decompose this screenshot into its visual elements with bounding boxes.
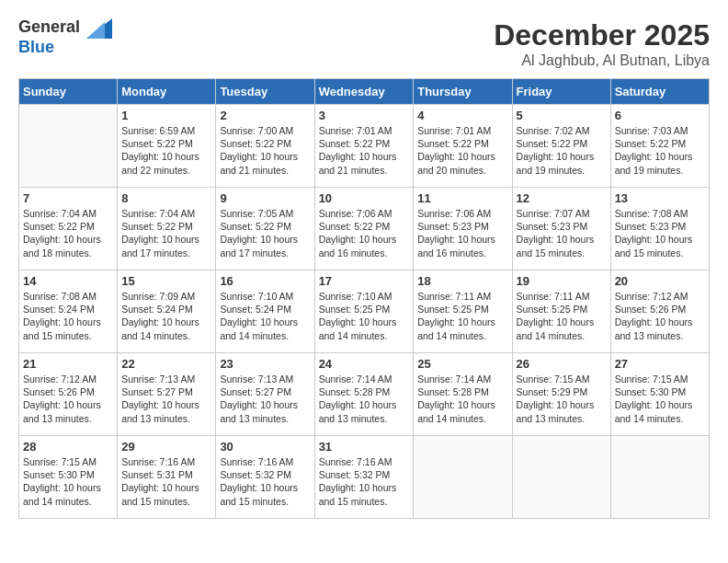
calendar-cell: 20Sunrise: 7:12 AM Sunset: 5:26 PM Dayli… bbox=[610, 270, 709, 353]
day-info: Sunrise: 7:07 AM Sunset: 5:23 PM Dayligh… bbox=[517, 207, 607, 259]
day-number: 13 bbox=[615, 191, 705, 205]
day-info: Sunrise: 7:16 AM Sunset: 5:32 PM Dayligh… bbox=[220, 455, 310, 508]
calendar-cell: 27Sunrise: 7:15 AM Sunset: 5:30 PM Dayli… bbox=[610, 353, 709, 436]
page-header: General Blue December 2025 Al Jaghbub, A… bbox=[18, 18, 710, 69]
day-number: 27 bbox=[615, 357, 705, 371]
calendar-cell bbox=[610, 436, 709, 519]
weekday-header: Thursday bbox=[414, 79, 512, 105]
logo-icon bbox=[86, 18, 112, 39]
day-info: Sunrise: 7:13 AM Sunset: 5:27 PM Dayligh… bbox=[220, 373, 310, 425]
day-info: Sunrise: 7:00 AM Sunset: 5:22 PM Dayligh… bbox=[220, 124, 310, 177]
calendar-cell: 31Sunrise: 7:16 AM Sunset: 5:32 PM Dayli… bbox=[314, 436, 414, 519]
calendar-cell: 6Sunrise: 7:03 AM Sunset: 5:22 PM Daylig… bbox=[610, 105, 709, 188]
calendar-cell: 30Sunrise: 7:16 AM Sunset: 5:32 PM Dayli… bbox=[216, 436, 314, 519]
calendar-cell: 1Sunrise: 6:59 AM Sunset: 5:22 PM Daylig… bbox=[118, 105, 216, 188]
day-number: 5 bbox=[517, 109, 607, 122]
day-info: Sunrise: 7:03 AM Sunset: 5:22 PM Dayligh… bbox=[615, 124, 705, 177]
calendar-table: SundayMondayTuesdayWednesdayThursdayFrid… bbox=[18, 78, 710, 519]
day-number: 22 bbox=[121, 357, 211, 371]
calendar-cell: 19Sunrise: 7:11 AM Sunset: 5:25 PM Dayli… bbox=[512, 270, 610, 353]
weekday-header: Saturday bbox=[610, 79, 709, 105]
day-number: 7 bbox=[23, 191, 113, 205]
calendar-cell: 16Sunrise: 7:10 AM Sunset: 5:24 PM Dayli… bbox=[216, 270, 314, 353]
day-info: Sunrise: 7:15 AM Sunset: 5:30 PM Dayligh… bbox=[615, 373, 705, 425]
day-number: 3 bbox=[319, 109, 410, 122]
day-number: 24 bbox=[319, 357, 410, 371]
logo: General Blue bbox=[18, 18, 112, 55]
calendar-cell bbox=[19, 105, 118, 188]
calendar-cell: 7Sunrise: 7:04 AM Sunset: 5:22 PM Daylig… bbox=[19, 188, 118, 270]
calendar-cell: 22Sunrise: 7:13 AM Sunset: 5:27 PM Dayli… bbox=[118, 353, 216, 436]
weekday-header: Wednesday bbox=[314, 79, 414, 105]
day-number: 16 bbox=[220, 274, 310, 288]
day-number: 21 bbox=[23, 357, 113, 371]
day-info: Sunrise: 7:13 AM Sunset: 5:27 PM Dayligh… bbox=[121, 373, 211, 425]
weekday-header: Monday bbox=[118, 79, 216, 105]
calendar-cell: 18Sunrise: 7:11 AM Sunset: 5:25 PM Dayli… bbox=[414, 270, 512, 353]
day-number: 26 bbox=[517, 357, 607, 371]
day-number: 30 bbox=[220, 440, 310, 454]
day-info: Sunrise: 6:59 AM Sunset: 5:22 PM Dayligh… bbox=[121, 124, 211, 177]
weekday-header: Tuesday bbox=[216, 79, 314, 105]
calendar-header: SundayMondayTuesdayWednesdayThursdayFrid… bbox=[19, 79, 710, 105]
day-number: 10 bbox=[319, 191, 410, 205]
calendar-cell bbox=[512, 436, 610, 519]
day-number: 23 bbox=[220, 357, 310, 371]
page-subtitle: Al Jaghbub, Al Butnan, Libya bbox=[494, 52, 710, 69]
page-title: December 2025 bbox=[494, 18, 710, 52]
calendar-cell: 23Sunrise: 7:13 AM Sunset: 5:27 PM Dayli… bbox=[216, 353, 314, 436]
day-info: Sunrise: 7:08 AM Sunset: 5:24 PM Dayligh… bbox=[23, 290, 113, 342]
day-number: 17 bbox=[319, 274, 410, 288]
day-number: 9 bbox=[220, 191, 310, 205]
day-info: Sunrise: 7:15 AM Sunset: 5:30 PM Dayligh… bbox=[23, 455, 113, 508]
day-info: Sunrise: 7:04 AM Sunset: 5:22 PM Dayligh… bbox=[23, 207, 113, 259]
title-block: December 2025 Al Jaghbub, Al Butnan, Lib… bbox=[494, 18, 710, 69]
calendar-cell: 9Sunrise: 7:05 AM Sunset: 5:22 PM Daylig… bbox=[216, 188, 314, 270]
calendar-cell: 3Sunrise: 7:01 AM Sunset: 5:22 PM Daylig… bbox=[314, 105, 414, 188]
svg-marker-1 bbox=[86, 22, 105, 39]
day-info: Sunrise: 7:06 AM Sunset: 5:22 PM Dayligh… bbox=[319, 207, 410, 259]
day-number: 6 bbox=[615, 109, 705, 122]
day-info: Sunrise: 7:04 AM Sunset: 5:22 PM Dayligh… bbox=[121, 207, 211, 259]
day-number: 31 bbox=[319, 440, 410, 454]
calendar-cell: 29Sunrise: 7:16 AM Sunset: 5:31 PM Dayli… bbox=[118, 436, 216, 519]
day-info: Sunrise: 7:05 AM Sunset: 5:22 PM Dayligh… bbox=[220, 207, 310, 259]
day-info: Sunrise: 7:16 AM Sunset: 5:31 PM Dayligh… bbox=[121, 455, 211, 508]
day-info: Sunrise: 7:08 AM Sunset: 5:23 PM Dayligh… bbox=[615, 207, 705, 259]
day-number: 2 bbox=[220, 109, 310, 122]
calendar-cell: 13Sunrise: 7:08 AM Sunset: 5:23 PM Dayli… bbox=[610, 188, 709, 270]
day-info: Sunrise: 7:06 AM Sunset: 5:23 PM Dayligh… bbox=[417, 207, 507, 259]
day-info: Sunrise: 7:16 AM Sunset: 5:32 PM Dayligh… bbox=[319, 455, 410, 508]
day-info: Sunrise: 7:12 AM Sunset: 5:26 PM Dayligh… bbox=[615, 290, 705, 342]
calendar-week-row: 1Sunrise: 6:59 AM Sunset: 5:22 PM Daylig… bbox=[19, 105, 710, 188]
day-number: 29 bbox=[121, 440, 211, 454]
calendar-body: 1Sunrise: 6:59 AM Sunset: 5:22 PM Daylig… bbox=[19, 105, 710, 519]
calendar-week-row: 28Sunrise: 7:15 AM Sunset: 5:30 PM Dayli… bbox=[19, 436, 710, 519]
calendar-cell bbox=[414, 436, 512, 519]
day-number: 12 bbox=[517, 191, 607, 205]
calendar-week-row: 7Sunrise: 7:04 AM Sunset: 5:22 PM Daylig… bbox=[19, 188, 710, 270]
calendar-cell: 15Sunrise: 7:09 AM Sunset: 5:24 PM Dayli… bbox=[118, 270, 216, 353]
calendar-cell: 11Sunrise: 7:06 AM Sunset: 5:23 PM Dayli… bbox=[414, 188, 512, 270]
day-number: 18 bbox=[417, 274, 507, 288]
weekday-header: Friday bbox=[512, 79, 610, 105]
calendar-cell: 25Sunrise: 7:14 AM Sunset: 5:28 PM Dayli… bbox=[414, 353, 512, 436]
day-info: Sunrise: 7:11 AM Sunset: 5:25 PM Dayligh… bbox=[417, 290, 507, 342]
day-number: 20 bbox=[615, 274, 705, 288]
day-number: 14 bbox=[23, 274, 113, 288]
day-info: Sunrise: 7:15 AM Sunset: 5:29 PM Dayligh… bbox=[517, 373, 607, 425]
calendar-cell: 24Sunrise: 7:14 AM Sunset: 5:28 PM Dayli… bbox=[314, 353, 414, 436]
day-info: Sunrise: 7:14 AM Sunset: 5:28 PM Dayligh… bbox=[417, 373, 507, 425]
day-info: Sunrise: 7:11 AM Sunset: 5:25 PM Dayligh… bbox=[517, 290, 607, 342]
day-number: 1 bbox=[121, 109, 211, 122]
calendar-cell: 28Sunrise: 7:15 AM Sunset: 5:30 PM Dayli… bbox=[19, 436, 118, 519]
day-number: 11 bbox=[417, 191, 507, 205]
calendar-cell: 14Sunrise: 7:08 AM Sunset: 5:24 PM Dayli… bbox=[19, 270, 118, 353]
calendar-cell: 2Sunrise: 7:00 AM Sunset: 5:22 PM Daylig… bbox=[216, 105, 314, 188]
day-number: 4 bbox=[417, 109, 507, 122]
calendar-cell: 17Sunrise: 7:10 AM Sunset: 5:25 PM Dayli… bbox=[314, 270, 414, 353]
calendar-cell: 8Sunrise: 7:04 AM Sunset: 5:22 PM Daylig… bbox=[118, 188, 216, 270]
day-number: 19 bbox=[517, 274, 607, 288]
day-info: Sunrise: 7:12 AM Sunset: 5:26 PM Dayligh… bbox=[23, 373, 113, 425]
day-info: Sunrise: 7:14 AM Sunset: 5:28 PM Dayligh… bbox=[319, 373, 410, 425]
